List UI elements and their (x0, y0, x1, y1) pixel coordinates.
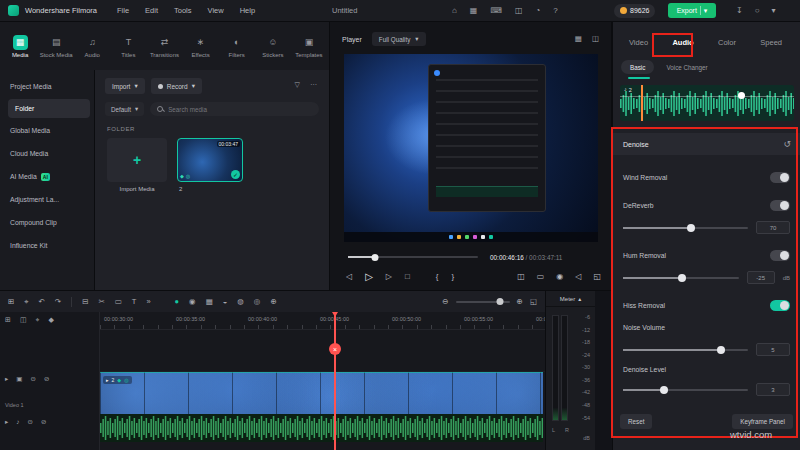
export-dropdown-icon[interactable]: ▾ (704, 7, 708, 14)
window-collapse-icon[interactable]: ▾ (772, 7, 776, 15)
fit-timeline-icon[interactable]: ◱ (530, 298, 537, 306)
tab-media[interactable]: ▦ Media (2, 22, 38, 70)
playhead-handle[interactable]: × (329, 343, 341, 355)
stop-icon[interactable]: □ (405, 273, 410, 281)
tab-effects[interactable]: ∗ Effects (183, 22, 219, 70)
panel-layout-icon[interactable]: ◫ (515, 7, 523, 15)
user-icon[interactable]: ○ (755, 7, 760, 15)
timeline-audio-clip[interactable] (100, 414, 543, 442)
subtab-basic[interactable]: Basic (621, 60, 654, 74)
record-dropdown-icon[interactable]: ▾ (192, 83, 195, 90)
zoom-in-icon[interactable]: ⊕ (517, 298, 523, 306)
snap-icon[interactable]: ⌖ (36, 316, 40, 323)
next-frame-icon[interactable]: ▷ (386, 273, 392, 281)
zoom-out-icon[interactable]: ⊖ (442, 298, 448, 306)
previous-frame-icon[interactable]: ◁ (346, 273, 352, 281)
mark-out-icon[interactable]: } (452, 273, 455, 281)
timeline-ruler[interactable]: 00:00:30:00 00:00:35:00 00:00:40:00 00:0… (100, 312, 545, 330)
denoise-level-slider[interactable] (623, 389, 748, 391)
tab-stickers[interactable]: ☺ Stickers (255, 22, 291, 70)
screen-record-icon[interactable]: ◉ (189, 298, 196, 306)
denoise-reset-icon[interactable]: ↺ (783, 140, 791, 149)
volume-envelope-handle[interactable] (738, 92, 745, 99)
sidebar-item-adjustment-layer[interactable]: Adjustment La... (0, 188, 94, 211)
track-eye-icon[interactable]: ⊙ (30, 376, 35, 383)
tab-templates[interactable]: ▣ Templates (291, 22, 327, 70)
layout-grid-icon[interactable]: ▦ (575, 35, 582, 43)
grid-view-icon[interactable]: ▦ (470, 7, 478, 15)
sort-dropdown[interactable]: Default ▾ (105, 102, 144, 116)
hum-slider[interactable] (623, 277, 739, 279)
sidebar-item-ai-media[interactable]: AI Media AI (0, 165, 94, 188)
keyboard-icon[interactable]: ⌨ (490, 7, 502, 15)
track-eye-icon[interactable]: ⊙ (28, 419, 33, 426)
redo-icon[interactable]: ↷ (55, 298, 61, 306)
reset-button[interactable]: Reset (620, 414, 652, 429)
scopes-panel-icon[interactable]: ◫ (592, 35, 599, 43)
menu-edit[interactable]: Edit (145, 6, 158, 15)
sidebar-item-compound-clip[interactable]: Compound Clip (0, 211, 94, 234)
playhead-marker[interactable] (332, 312, 338, 317)
track-music-icon[interactable]: ♪ (16, 419, 19, 426)
import-media-box[interactable]: + (107, 138, 167, 182)
dereverb-slider-handle[interactable] (687, 224, 695, 232)
more-tools-icon[interactable]: » (146, 298, 150, 306)
audio-clip-waveform-card[interactable]: ♪ 2 (620, 85, 794, 121)
hum-value[interactable]: -25 (747, 271, 775, 284)
zoom-slider[interactable] (456, 301, 510, 303)
coin-balance[interactable]: 89626 (614, 4, 655, 18)
keyframe-panel-button[interactable]: Keyframe Panel (732, 414, 793, 429)
track-collapse-icon[interactable]: ▸ (5, 376, 8, 383)
crop-icon[interactable]: ▭ (115, 298, 122, 306)
quality-dropdown-icon[interactable]: ▾ (415, 36, 418, 42)
import-button[interactable]: Import ▾ (105, 78, 145, 94)
dereverb-value[interactable]: 70 (756, 221, 790, 234)
media-clip-thumbnail[interactable]: 00:03:47 ◆ ◎ ✓ (177, 138, 243, 182)
speaker-icon[interactable]: ◁ (575, 273, 581, 281)
add-track-icon[interactable]: ◫ (20, 316, 27, 323)
player-seekbar[interactable] (348, 256, 478, 258)
split-scissors-icon[interactable]: ✂ (98, 298, 104, 306)
track-mute-icon[interactable]: ⊘ (41, 419, 46, 426)
hiss-removal-toggle[interactable] (770, 300, 790, 311)
layout-icon[interactable]: ⊞ (8, 298, 14, 306)
tab-color[interactable]: Color (718, 38, 736, 47)
adjust-grid-icon[interactable]: ▦ (206, 298, 213, 306)
media-clip-tile[interactable]: 00:03:47 ◆ ◎ ✓ 2 (177, 138, 243, 192)
meter-header[interactable]: Meter ▴ (546, 291, 595, 307)
display-icon[interactable]: ▭ (537, 273, 545, 281)
help-icon[interactable]: ? (553, 7, 557, 15)
menu-view[interactable]: View (208, 6, 224, 15)
home-icon[interactable]: ⌂ (452, 7, 457, 15)
playhead-line[interactable] (334, 312, 336, 450)
pointer-tool-icon[interactable]: ⌖ (24, 298, 28, 306)
sort-dropdown-icon[interactable]: ▾ (135, 106, 138, 112)
mask-icon[interactable]: ◒ (223, 298, 228, 306)
filter-icon[interactable]: ▽ (295, 81, 300, 88)
subtab-voice-changer[interactable]: Voice Changer (666, 64, 707, 71)
snapshot-camera-icon[interactable]: ◉ (556, 273, 563, 281)
record-button[interactable]: Record ▾ (151, 78, 202, 94)
text-tool-icon[interactable]: T (132, 298, 137, 306)
denoise-level-handle[interactable] (660, 386, 668, 394)
menu-file[interactable]: File (117, 6, 129, 15)
export-button[interactable]: Export ▾ (668, 3, 716, 18)
hum-slider-handle[interactable] (678, 274, 686, 282)
noise-volume-handle[interactable] (717, 346, 725, 354)
undo-icon[interactable]: ↶ (39, 298, 45, 306)
import-media-tile[interactable]: + Import Media (107, 138, 167, 192)
track-mute-icon[interactable]: ⊘ (44, 376, 49, 383)
dereverb-slider[interactable] (623, 227, 748, 229)
tab-audio[interactable]: ♫ Audio (74, 22, 110, 70)
delete-icon[interactable]: ⊟ (82, 298, 88, 306)
insert-icon[interactable]: ⊕ (270, 298, 276, 306)
track-collapse-icon[interactable]: ▸ (5, 419, 8, 426)
tab-audio-properties[interactable]: Audio (672, 38, 693, 47)
sidebar-item-cloud-media[interactable]: Cloud Media (0, 142, 94, 165)
more-icon[interactable]: ⋯ (310, 81, 317, 88)
dereverb-toggle[interactable] (770, 200, 790, 211)
bell-icon[interactable]: ◔ (536, 7, 541, 15)
download-icon[interactable]: ↧ (736, 7, 743, 15)
sidebar-item-project-media[interactable]: Project Media (0, 75, 94, 98)
split-view-icon[interactable]: ◫ (517, 273, 525, 281)
